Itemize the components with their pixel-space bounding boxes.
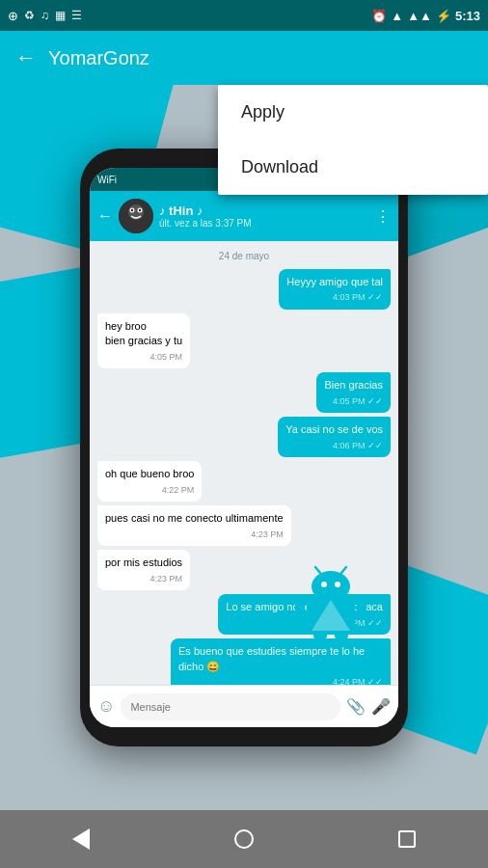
download-menu-item[interactable]: Download [218, 140, 488, 195]
svg-rect-13 [357, 596, 366, 619]
contact-name: ♪ tHin ♪ [159, 203, 369, 218]
phone-status-left: WiFi [97, 175, 117, 185]
message-time-1: 4:03 PM ✓✓ [286, 291, 383, 304]
message-6: pues casi no me conecto ultimamente 4:23… [97, 505, 291, 546]
message-text-9: Es bueno que estudies siempre te lo he d… [178, 645, 365, 671]
app-bar: ← YomarGonz [0, 31, 488, 85]
message-5: oh que bueno broo 4:22 PM [97, 461, 202, 502]
recent-nav-button[interactable] [388, 820, 426, 858]
contact-info: ♪ tHin ♪ últ. vez a las 3:37 PM [159, 203, 369, 229]
recent-nav-icon [398, 830, 416, 848]
svg-rect-12 [295, 596, 305, 619]
message-time-7: 4:23 PM [105, 573, 182, 585]
back-nav-button[interactable] [62, 820, 100, 858]
message-9: Es bueno que estudies siempre te lo he d… [171, 638, 391, 685]
avatar [119, 199, 153, 233]
notification-icon-5: ☰ [71, 9, 82, 22]
tick-8: ✓✓ [367, 618, 383, 628]
back-nav-icon [72, 828, 90, 850]
time-display: 5:13 [455, 9, 480, 23]
status-left-icons: ⊕ ♻ ♫ ▦ ☰ [8, 9, 82, 23]
message-time-3: 4:05 PM ✓✓ [324, 395, 383, 408]
message-3: Bien gracias 4:05 PM ✓✓ [316, 372, 391, 413]
phone-back-button[interactable]: ← [97, 207, 113, 225]
svg-line-11 [341, 567, 346, 573]
more-options-button[interactable]: ⋮ [375, 207, 391, 226]
svg-point-8 [321, 582, 327, 587]
phone-chat-header: ← ♪ tHin ♪ últ. vez a las 3:3 [90, 191, 398, 241]
tick-4: ✓✓ [367, 441, 383, 450]
svg-point-9 [335, 582, 340, 587]
message-text-4: Ya casi no se de vos [285, 423, 383, 435]
notification-icon-4: ▦ [55, 9, 66, 22]
home-nav-button[interactable] [225, 820, 263, 858]
message-time-6: 4:23 PM [105, 529, 284, 541]
svg-point-5 [139, 209, 141, 211]
message-time-9: 4:24 PM ✓✓ [178, 676, 383, 685]
signal-icon: ▲▲ [407, 9, 432, 23]
app-bar-title: YomarGonz [48, 47, 473, 69]
chat-input-bar: ☺ 📎 🎤 [90, 685, 398, 727]
notification-icon-1: ⊕ [8, 9, 18, 23]
phone-wifi-icon: WiFi [97, 175, 117, 185]
message-1: Heyyy amigo que tal 4:03 PM ✓✓ [279, 269, 391, 310]
message-time-4: 4:06 PM ✓✓ [285, 440, 383, 452]
svg-point-4 [131, 209, 133, 211]
status-right-info: ⏰ ▲ ▲▲ ⚡ 5:13 [371, 9, 480, 23]
svg-point-7 [312, 571, 350, 602]
contact-status: últ. vez a las 3:37 PM [159, 218, 369, 229]
phone-mockup: WiFi ▲▲▲ 100% 03:39 PM ← [80, 149, 408, 746]
tick-9: ✓✓ [367, 677, 383, 685]
attach-button[interactable]: 📎 [346, 697, 366, 716]
alarm-icon: ⏰ [371, 9, 387, 23]
battery-icon: ⚡ [436, 9, 451, 23]
back-button[interactable]: ← [15, 45, 37, 70]
message-2: hey broobien gracias y tu 4:05 PM [97, 313, 190, 368]
bottom-nav [0, 810, 488, 868]
home-nav-icon [234, 829, 254, 849]
mic-button[interactable]: 🎤 [371, 697, 391, 716]
message-text-7: por mis estudios [105, 556, 182, 568]
notification-icon-2: ♻ [24, 9, 35, 22]
message-text-3: Bien gracias [324, 379, 383, 391]
message-text-2: hey broobien gracias y tu [105, 320, 182, 346]
message-input[interactable] [121, 693, 340, 720]
svg-line-10 [315, 567, 320, 573]
message-text-6: pues casi no me conecto ultimamente [105, 512, 284, 524]
tick-1: ✓✓ [367, 292, 383, 302]
message-7: por mis estudios 4:23 PM [97, 550, 190, 590]
wifi-icon: ▲ [391, 9, 403, 23]
tick-3: ✓✓ [367, 396, 383, 406]
dropdown-menu: Apply Download [218, 85, 488, 195]
phone-screen: WiFi ▲▲▲ 100% 03:39 PM ← [90, 168, 398, 727]
emoji-button[interactable]: ☺ [97, 696, 115, 717]
status-bar: ⊕ ♻ ♫ ▦ ☰ ⏰ ▲ ▲▲ ⚡ 5:13 [0, 0, 488, 31]
message-text-1: Heyyy amigo que tal [286, 276, 383, 287]
message-time-5: 4:22 PM [105, 484, 194, 497]
notification-icon-3: ♫ [41, 9, 49, 22]
message-time-2: 4:05 PM [105, 351, 182, 364]
android-mascot [292, 563, 369, 640]
message-4: Ya casi no se de vos 4:06 PM ✓✓ [278, 417, 391, 457]
message-text-5: oh que bueno broo [105, 468, 194, 479]
apply-menu-item[interactable]: Apply [218, 85, 488, 140]
date-divider: 24 de mayo [97, 251, 391, 261]
